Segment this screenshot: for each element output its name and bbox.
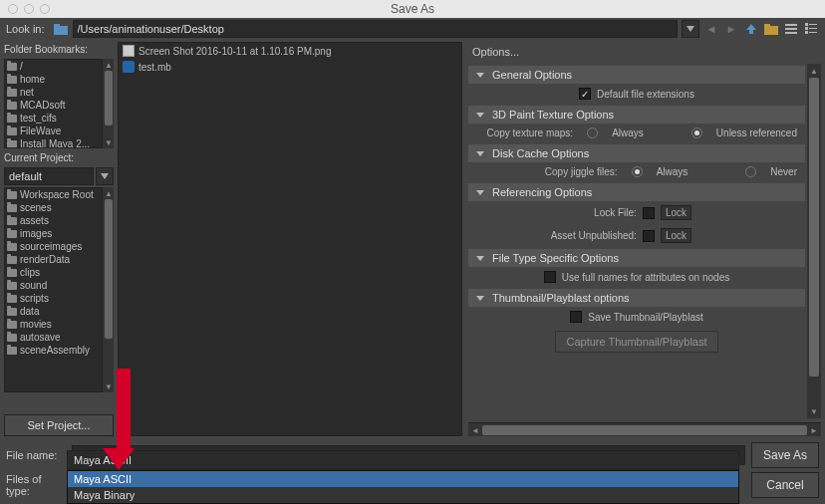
project-item[interactable]: data [5,305,113,318]
bookmark-item[interactable]: MCADsoft [5,99,113,112]
folder-icon [7,140,17,148]
project-item[interactable]: sourceimages [5,240,113,253]
current-project-select[interactable]: default [4,167,94,185]
svg-marker-3 [746,24,756,34]
copy-tex-always-radio[interactable] [587,127,598,138]
chevron-down-icon [476,256,484,261]
svg-rect-7 [785,28,797,30]
minimize-dot[interactable] [24,4,34,14]
new-folder-icon[interactable] [763,21,779,37]
section-thumbnail[interactable]: Thumbnail/Playblast options [468,289,805,307]
default-ext-checkbox[interactable] [579,88,591,100]
options-header: Options... [468,42,821,64]
forward-icon[interactable]: ► [723,21,739,37]
path-input[interactable] [73,20,678,38]
project-item[interactable]: images [5,227,113,240]
save-thumb-checkbox[interactable] [570,311,582,323]
file-item[interactable]: Screen Shot 2016-10-11 at 1.10.16 PM.png [119,43,461,59]
detail-view-icon[interactable] [803,21,819,37]
section-disk-cache[interactable]: Disk Cache Options [468,144,805,162]
file-list-area[interactable]: Screen Shot 2016-10-11 at 1.10.16 PM.png… [118,42,462,436]
project-item[interactable]: Workspace Root [5,188,113,201]
options-vscrollbar[interactable]: ▲ ▼ [807,64,821,418]
back-icon[interactable]: ◄ [703,21,719,37]
project-item-label: autosave [20,332,61,343]
window-titlebar: Save As [0,0,825,18]
traffic-lights[interactable] [8,4,50,14]
folder-icon [7,102,17,110]
folder-icon [7,321,17,329]
project-item[interactable]: scenes [5,201,113,214]
chevron-down-icon [476,296,484,301]
folder-icon [7,295,17,303]
jiggle-never-radio[interactable] [745,166,756,177]
file-type-option[interactable]: Maya Binary [68,487,738,503]
file-type-option[interactable]: Maya ASCII [68,471,738,487]
project-item-label: data [20,306,39,317]
section-general[interactable]: General Options [468,66,805,84]
project-tree-list[interactable]: Workspace Rootscenesassetsimagessourceim… [4,187,114,392]
bookmark-label: FileWave [20,126,61,136]
folder-bookmarks-label: Folder Bookmarks: [4,42,114,57]
up-icon[interactable] [743,21,759,37]
list-view-icon[interactable] [783,21,799,37]
project-item-label: renderData [20,254,70,265]
folder-icon [7,269,17,277]
project-item[interactable]: renderData [5,253,113,266]
project-item[interactable]: assets [5,214,113,227]
chevron-down-icon [476,151,484,156]
project-tree-scrollbar[interactable]: ▲ ▼ [102,187,114,392]
full-names-checkbox[interactable] [544,271,556,283]
capture-thumb-button[interactable]: Capture Thumbnail/Playblast [555,331,717,353]
cancel-button[interactable]: Cancel [751,472,819,498]
files-of-type-dropdown[interactable]: Maya ASCII Maya ASCIIMaya Binary [67,450,739,504]
save-as-button[interactable]: Save As [751,442,819,468]
section-file-type[interactable]: File Type Specific Options [468,249,805,267]
folder-bookmarks-list[interactable]: /homenetMCADsofttest_cifsFileWaveInstall… [4,59,114,148]
chevron-down-icon [476,73,484,78]
copy-tex-unless-radio[interactable] [691,127,702,138]
project-item-label: scenes [20,202,52,213]
folder-icon[interactable] [53,21,69,37]
svg-rect-1 [54,24,60,27]
section-referencing[interactable]: Referencing Options [468,183,805,201]
image-file-icon [123,45,135,57]
file-item[interactable]: test.mb [119,59,461,75]
svg-rect-10 [809,24,817,25]
svg-rect-13 [805,31,808,34]
lock-file-checkbox[interactable] [643,207,655,219]
bookmark-item[interactable]: / [5,60,113,73]
project-item[interactable]: sceneAssembly [5,344,113,357]
close-dot[interactable] [8,4,18,14]
bookmark-label: / [20,61,23,72]
bookmark-label: net [20,87,34,98]
files-of-type-current[interactable]: Maya ASCII [67,450,739,470]
options-hscrollbar[interactable]: ◄ ► [468,422,821,436]
folder-icon [7,256,17,264]
folder-icon [7,217,17,225]
project-item[interactable]: clips [5,266,113,279]
section-3d-paint[interactable]: 3D Paint Texture Options [468,106,805,124]
asset-unpub-checkbox[interactable] [643,230,655,242]
project-item-label: clips [20,267,40,278]
set-project-button[interactable]: Set Project... [4,414,114,436]
bookmark-item[interactable]: home [5,73,113,86]
bookmarks-scrollbar[interactable]: ▲ ▼ [102,59,114,148]
jiggle-always-radio[interactable] [632,166,643,177]
bookmark-item[interactable]: FileWave [5,125,113,137]
project-item[interactable]: autosave [5,331,113,344]
bookmark-item[interactable]: net [5,86,113,99]
project-item[interactable]: movies [5,318,113,331]
current-project-dropdown-button[interactable] [96,167,114,185]
default-ext-label: Default file extensions [597,89,694,100]
window-title: Save As [0,2,825,16]
file-name-label: test.mb [138,62,171,73]
path-history-dropdown[interactable] [682,20,699,38]
maximize-dot[interactable] [40,4,50,14]
project-item-label: sceneAssembly [20,345,90,356]
bookmark-item[interactable]: Install Maya 2... [5,137,113,148]
folder-icon [7,282,17,290]
bookmark-item[interactable]: test_cifs [5,112,113,125]
project-item[interactable]: scripts [5,292,113,305]
project-item[interactable]: sound [5,279,113,292]
